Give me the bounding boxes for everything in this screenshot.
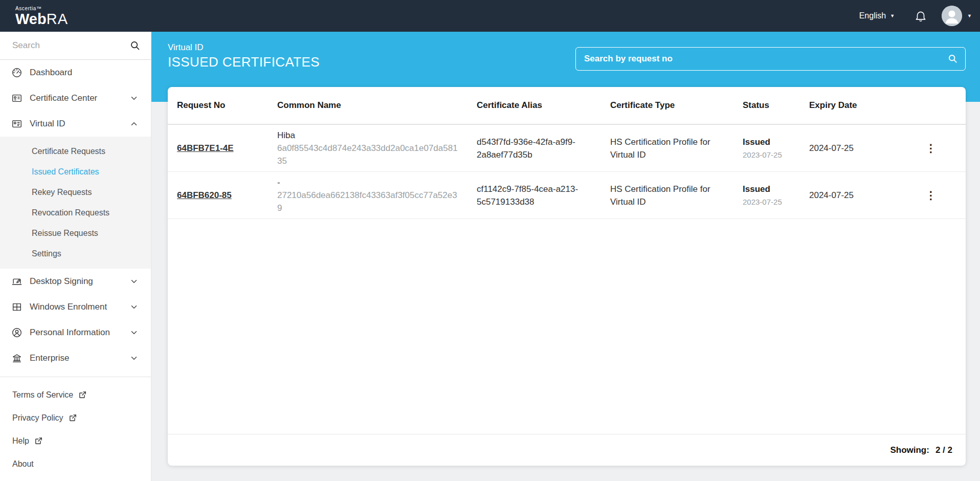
showing-count: 2 / 2	[936, 445, 952, 455]
windows-icon	[11, 301, 23, 313]
user-avatar[interactable]	[942, 6, 962, 26]
column-header-common-name: Common Name	[268, 87, 467, 124]
request-no-link[interactable]: 64BFB7E1-4E	[177, 143, 234, 153]
avatar-icon	[942, 6, 962, 26]
sidebar-search	[0, 32, 151, 60]
sidebar-item-settings[interactable]: Settings	[0, 244, 151, 264]
request-no-link[interactable]: 64BFB620-85	[177, 190, 232, 200]
external-link-icon	[69, 413, 77, 422]
sidebar-item-label: Dashboard	[30, 68, 139, 78]
language-selector[interactable]: English ▼	[859, 11, 895, 20]
common-name: -	[277, 176, 458, 189]
certificate-type: HS Certification Profile for Virtual ID	[601, 124, 733, 172]
external-link-icon	[78, 390, 87, 399]
sidebar-item-virtual-id[interactable]: Virtual ID	[0, 111, 151, 137]
status-badge: Issued	[743, 183, 791, 195]
row-actions-button[interactable]: ⋮	[922, 188, 941, 203]
sidebar-item-desktop-signing[interactable]: Desktop Signing	[0, 269, 151, 294]
column-header-expiry-date: Expiry Date	[800, 87, 896, 124]
showing-label: Showing:	[890, 445, 929, 455]
issued-certificates-table: Request No Common Name Certificate Alias…	[168, 87, 966, 219]
submenu-label: Issued Certificates	[32, 167, 99, 177]
submenu-label: Certificate Requests	[32, 147, 105, 156]
main-content: Virtual ID ISSUED CERTIFICATES Request N…	[151, 32, 980, 481]
page-title: ISSUED CERTIFICATES	[168, 54, 320, 70]
sidebar-item-personal-information[interactable]: Personal Information	[0, 320, 151, 345]
sidebar-item-dashboard[interactable]: Dashboard	[0, 60, 151, 85]
sidebar-item-reissue-requests[interactable]: Reissue Requests	[0, 223, 151, 244]
request-search	[575, 47, 966, 71]
sidebar-link-help[interactable]: Help	[0, 429, 151, 452]
search-icon[interactable]	[129, 40, 141, 51]
common-name: Hiba	[277, 129, 458, 142]
enterprise-icon	[11, 352, 23, 364]
status-date: 2023-07-25	[743, 195, 791, 208]
sidebar-link-privacy-policy[interactable]: Privacy Policy	[0, 406, 151, 429]
sidebar-item-enterprise[interactable]: Enterprise	[0, 345, 151, 371]
sidebar-item-certificate-requests[interactable]: Certificate Requests	[0, 141, 151, 162]
sidebar-item-label: Personal Information	[30, 327, 129, 338]
request-search-input[interactable]	[575, 47, 966, 71]
submenu-label: Rekey Requests	[32, 188, 92, 197]
certificate-alias: d543f7fd-936e-42fa-a9f9-2a8aef77d35b	[467, 124, 601, 172]
sidebar-link-about[interactable]: About	[0, 452, 151, 475]
issued-certificates-card: Request No Common Name Certificate Alias…	[168, 87, 966, 466]
row-actions-button[interactable]: ⋮	[922, 141, 941, 156]
sidebar-item-revocation-requests[interactable]: Revocation Requests	[0, 203, 151, 223]
account-menu-chevron[interactable]: ▼	[967, 14, 972, 18]
common-name-hash: 6a0f85543c4d874e243a33dd2a0ca1e07da58135	[277, 142, 458, 167]
certificate-center-icon	[11, 92, 23, 104]
language-label: English	[859, 11, 886, 20]
sidebar-divider	[0, 377, 151, 377]
person-icon	[11, 326, 23, 339]
external-link-icon	[34, 436, 43, 445]
certificate-type: HS Certification Profile for Virtual ID	[601, 172, 733, 219]
sidebar-item-windows-enrolment[interactable]: Windows Enrolment	[0, 294, 151, 320]
link-label: Privacy Policy	[12, 413, 63, 423]
dashboard-icon	[11, 67, 23, 79]
sidebar: Dashboard Certificate Center Virtual ID …	[0, 32, 151, 481]
certificate-alias: cf1142c9-7f85-4cea-a213-5c5719133d38	[467, 172, 601, 219]
chevron-down-icon	[129, 277, 139, 286]
kebab-icon: ⋮	[926, 142, 937, 154]
submenu-label: Revocation Requests	[32, 208, 109, 217]
link-label: About	[12, 460, 34, 469]
sidebar-item-label: Windows Enrolment	[30, 302, 129, 312]
kebab-icon: ⋮	[926, 189, 937, 201]
sidebar-item-issued-certificates[interactable]: Issued Certificates	[0, 162, 151, 182]
brand-webra: WebRA	[15, 11, 68, 27]
chevron-up-icon	[129, 119, 139, 128]
common-name-hash: 27210a56dea662138fc43363af3f05cc77a52e39	[277, 189, 458, 214]
table-header-row: Request No Common Name Certificate Alias…	[168, 87, 966, 124]
sidebar-item-label: Enterprise	[30, 353, 129, 363]
status-badge: Issued	[743, 136, 791, 148]
sidebar-search-input[interactable]	[0, 32, 151, 59]
sidebar-item-label: Certificate Center	[30, 93, 129, 103]
expiry-date: 2024-07-25	[800, 124, 896, 172]
sidebar-item-certificate-center[interactable]: Certificate Center	[0, 85, 151, 111]
bell-icon	[914, 9, 927, 23]
table-empty-area	[168, 219, 966, 434]
column-header-certificate-type: Certificate Type	[601, 87, 733, 124]
notifications-button[interactable]	[914, 9, 927, 23]
sidebar-link-terms-of-service[interactable]: Terms of Service	[0, 383, 151, 406]
sidebar-item-rekey-requests[interactable]: Rekey Requests	[0, 182, 151, 203]
breadcrumb: Virtual ID	[168, 42, 320, 53]
search-icon[interactable]	[947, 53, 958, 64]
link-label: Help	[12, 436, 29, 446]
table-footer: Showing: 2 / 2	[168, 434, 966, 466]
column-header-certificate-alias: Certificate Alias	[467, 87, 601, 124]
column-header-actions	[896, 87, 966, 124]
virtual-id-icon	[11, 118, 23, 130]
chevron-down-icon	[129, 328, 139, 337]
sidebar-item-label: Desktop Signing	[30, 276, 129, 287]
submenu-label: Reissue Requests	[32, 229, 98, 238]
app-logo: Ascertia™ WebRA	[15, 5, 68, 27]
expiry-date: 2024-07-25	[800, 172, 896, 219]
chevron-down-icon	[129, 354, 139, 363]
desktop-signing-icon	[11, 275, 23, 288]
topbar-actions: English ▼ ▼	[859, 6, 972, 26]
chevron-down-icon	[129, 94, 139, 103]
column-header-status: Status	[733, 87, 800, 124]
top-bar: Ascertia™ WebRA English ▼ ▼	[0, 0, 980, 32]
